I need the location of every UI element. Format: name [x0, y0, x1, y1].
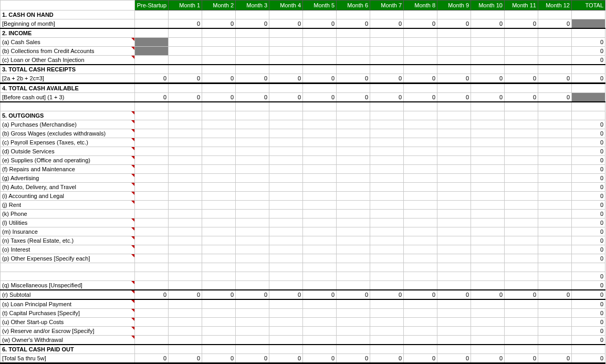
cell-value[interactable] [437, 138, 471, 147]
cell-value[interactable] [202, 56, 236, 65]
cell-value[interactable] [303, 336, 337, 345]
cell-value[interactable] [471, 299, 505, 309]
cell-value[interactable] [471, 56, 505, 65]
cell-value[interactable] [202, 111, 236, 120]
cell-value[interactable] [337, 65, 370, 74]
cell-value[interactable]: 0 [471, 354, 505, 363]
cell-value[interactable] [269, 327, 303, 336]
cell-value[interactable] [303, 38, 337, 47]
cell-value[interactable] [538, 281, 572, 290]
cell-value[interactable] [135, 174, 169, 183]
cell-value[interactable] [202, 299, 236, 309]
cell-value[interactable] [135, 299, 169, 309]
cell-value[interactable] [505, 281, 538, 290]
cell-value[interactable] [169, 192, 202, 201]
cell-value[interactable] [202, 102, 236, 111]
cell-value[interactable] [269, 236, 303, 245]
cell-value[interactable] [269, 336, 303, 345]
cell-value[interactable]: 0 [538, 19, 572, 29]
cell-value[interactable] [437, 84, 471, 93]
row-label[interactable]: 5. OUTGOINGS [1, 111, 135, 120]
cell-value[interactable] [337, 38, 370, 47]
cell-value[interactable] [370, 56, 404, 65]
cell-value[interactable] [471, 138, 505, 147]
cell-value[interactable] [135, 28, 169, 38]
row-label[interactable]: 4. TOTAL CASH AVAILABLE [1, 84, 135, 93]
cell-total[interactable]: 0 [572, 174, 605, 183]
cell-value[interactable]: 0 [337, 290, 370, 299]
cell-value[interactable] [471, 111, 505, 120]
cell-value[interactable] [471, 28, 505, 38]
row-label[interactable]: (g) Advertising [1, 174, 135, 183]
cell-value[interactable] [236, 345, 269, 354]
cell-value[interactable] [337, 102, 370, 111]
cell-value[interactable] [370, 327, 404, 336]
cell-value[interactable]: 0 [337, 74, 370, 84]
cell-value[interactable] [538, 174, 572, 183]
cell-value[interactable] [471, 309, 505, 318]
cell-value[interactable]: 0 [236, 93, 269, 102]
cell-value[interactable] [337, 201, 370, 210]
cell-value[interactable] [236, 327, 269, 336]
cell-value[interactable] [337, 165, 370, 174]
cell-value[interactable]: 0 [202, 74, 236, 84]
cell-value[interactable] [404, 56, 437, 65]
cell-value[interactable] [404, 192, 437, 201]
cell-value[interactable] [269, 318, 303, 327]
cell-value[interactable] [370, 272, 404, 281]
cell-value[interactable]: 0 [269, 354, 303, 363]
cell-value[interactable] [538, 299, 572, 309]
cell-value[interactable] [538, 272, 572, 281]
cell-total[interactable]: 0 [572, 281, 605, 290]
cell-value[interactable] [370, 47, 404, 56]
row-label[interactable]: (b) Gross Wages (excludes withdrawals) [1, 129, 135, 138]
cell-value[interactable] [135, 318, 169, 327]
row-label[interactable]: (a) Cash Sales [1, 38, 135, 47]
cell-total[interactable]: 0 [572, 47, 605, 56]
cell-value[interactable]: 0 [202, 19, 236, 29]
cell-value[interactable] [437, 272, 471, 281]
cell-value[interactable] [404, 263, 437, 272]
cell-value[interactable] [370, 219, 404, 227]
cell-value[interactable] [505, 56, 538, 65]
row-label[interactable]: (h) Auto, Delivery, and Travel [1, 183, 135, 192]
cell-value[interactable] [135, 11, 169, 19]
cell-value[interactable]: 0 [471, 19, 505, 29]
cell-value[interactable] [169, 272, 202, 281]
cell-value[interactable] [404, 120, 437, 129]
cell-value[interactable] [303, 245, 337, 254]
cell-value[interactable] [337, 84, 370, 93]
cell-value[interactable] [404, 165, 437, 174]
cell-value[interactable] [437, 156, 471, 165]
cell-value[interactable] [437, 210, 471, 219]
cell-value[interactable] [169, 120, 202, 129]
cell-value[interactable] [538, 254, 572, 263]
cell-value[interactable] [236, 165, 269, 174]
cell-value[interactable] [303, 56, 337, 65]
cell-value[interactable] [269, 299, 303, 309]
cell-value[interactable] [404, 236, 437, 245]
row-label[interactable]: (a) Purchases (Merchandise) [1, 120, 135, 129]
cell-total[interactable]: 0 [572, 245, 605, 254]
cell-value[interactable] [337, 309, 370, 318]
cell-value[interactable] [269, 183, 303, 192]
cell-value[interactable] [303, 345, 337, 354]
cell-value[interactable] [370, 245, 404, 254]
cell-value[interactable] [303, 65, 337, 74]
cell-value[interactable] [437, 65, 471, 74]
cell-value[interactable] [437, 192, 471, 201]
cell-value[interactable] [538, 102, 572, 111]
cell-value[interactable] [202, 65, 236, 74]
cell-value[interactable]: 0 [370, 93, 404, 102]
cell-value[interactable] [202, 165, 236, 174]
cell-value[interactable] [269, 309, 303, 318]
cell-value[interactable] [135, 345, 169, 354]
cell-value[interactable] [471, 11, 505, 19]
cell-value[interactable]: 0 [169, 19, 202, 29]
cell-value[interactable] [404, 327, 437, 336]
cell-value[interactable] [370, 309, 404, 318]
cell-value[interactable]: 0 [169, 354, 202, 363]
cell-value[interactable] [236, 219, 269, 227]
cell-value[interactable] [370, 254, 404, 263]
cell-value[interactable] [471, 318, 505, 327]
